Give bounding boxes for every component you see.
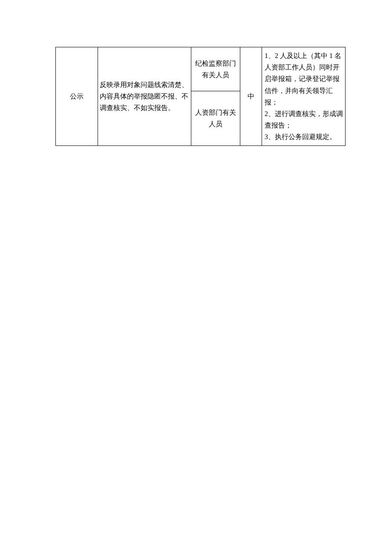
cell-risk-desc: 反映录用对象问题线索清楚、内容具体的举报隐匿不报、不调查核实、不如实报告。	[98, 47, 191, 146]
cell-dept-bottom: 人资部门有关人员	[191, 91, 240, 145]
table-row: 公示 反映录用对象问题线索清楚、内容具体的举报隐匿不报、不调查核实、不如实报告。…	[56, 47, 346, 91]
cell-dept-top: 纪检监察部门有关人员	[191, 47, 240, 91]
risk-table: 公示 反映录用对象问题线索清楚、内容具体的举报隐匿不报、不调查核实、不如实报告。…	[55, 47, 346, 146]
cell-level: 中	[240, 47, 262, 146]
document-page: 公示 反映录用对象问题线索清楚、内容具体的举报隐匿不报、不调查核实、不如实报告。…	[0, 0, 392, 146]
cell-measures: 1、2 人及以上（其中 1 名人资部工作人员）同时开启举报箱，记录登记举报信件，…	[262, 47, 346, 146]
cell-phase: 公示	[56, 47, 98, 146]
